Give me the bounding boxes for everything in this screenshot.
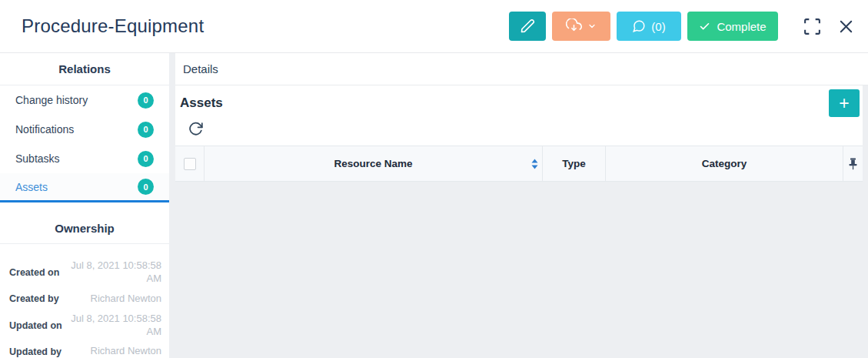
sidebar-item-label: Subtasks (15, 152, 60, 165)
chat-bubble-icon (632, 19, 646, 33)
field-label: Created by (9, 293, 59, 304)
main-panel: Details Assets + Resource Name (175, 53, 868, 358)
close-button[interactable] (837, 18, 855, 35)
complete-label: Complete (717, 20, 766, 33)
sidebar-item-notifications[interactable]: Notifications 0 (0, 115, 169, 144)
pin-icon (848, 158, 858, 170)
ownership-row-updated-by: Updated by Richard Newton (9, 345, 161, 358)
assets-section: Assets + Resource Name (175, 85, 863, 182)
cloud-download-icon (566, 18, 582, 35)
sort-arrows-icon[interactable] (531, 159, 538, 169)
sidebar-item-label: Notifications (15, 123, 74, 136)
fullscreen-icon (803, 17, 822, 36)
count-badge: 0 (138, 179, 154, 195)
ownership-row-created-on: Created on Jul 8, 2021 10:58:58 AM (9, 259, 161, 286)
chevron-down-icon (587, 22, 597, 31)
field-label: Updated by (9, 346, 62, 357)
tab-details-label: Details (183, 62, 218, 75)
comments-count-label: (0) (651, 20, 665, 33)
add-asset-button[interactable]: + (829, 89, 860, 117)
column-header-resource-name[interactable]: Resource Name (205, 146, 543, 181)
assets-section-header: Assets + (175, 85, 863, 121)
refresh-button[interactable] (188, 121, 204, 137)
sidebar-item-label: Assets (15, 181, 48, 193)
complete-button[interactable]: Complete (687, 12, 778, 41)
field-value: Jul 8, 2021 10:58:58 AM (66, 259, 161, 286)
pin-columns-button[interactable] (843, 146, 863, 181)
field-label: Created on (9, 267, 59, 278)
sidebar-item-assets[interactable]: Assets 0 (0, 173, 169, 202)
header-actions: (0) Complete (509, 12, 868, 41)
sidebar: Relations Change history 0 Notifications… (0, 53, 169, 358)
page-title: Procedure-Equipment (22, 15, 204, 37)
check-icon (699, 21, 710, 32)
ownership-fields: Created on Jul 8, 2021 10:58:58 AM Creat… (0, 244, 169, 358)
assets-toolbar (175, 121, 863, 144)
ownership-heading: Ownership (0, 213, 169, 244)
count-badge: 0 (138, 122, 154, 138)
select-all-checkbox[interactable] (184, 158, 196, 170)
tab-details[interactable]: Details (175, 53, 868, 85)
field-value: Richard Newton (66, 345, 161, 358)
count-badge: 0 (138, 92, 154, 109)
assets-table-header: Resource Name Type Category (175, 146, 863, 182)
edit-button[interactable] (509, 12, 546, 41)
close-icon (837, 18, 855, 35)
relations-heading: Relations (0, 53, 169, 85)
ownership-row-updated-on: Updated on Jul 8, 2021 10:58:58 AM (9, 313, 161, 339)
export-dropdown-button[interactable] (552, 12, 610, 41)
sidebar-item-change-history[interactable]: Change history 0 (0, 85, 169, 115)
pencil-icon (520, 18, 535, 34)
field-value: Richard Newton (66, 293, 161, 306)
column-header-select (175, 146, 205, 181)
field-value: Jul 8, 2021 10:58:58 AM (66, 313, 161, 339)
column-header-type[interactable]: Type (543, 146, 606, 181)
refresh-icon (188, 121, 204, 137)
assets-section-title: Assets (180, 95, 223, 111)
field-label: Updated on (9, 320, 62, 331)
column-header-category[interactable]: Category (606, 146, 843, 181)
sidebar-item-label: Change history (15, 94, 88, 106)
column-label: Resource Name (334, 158, 412, 169)
header: Procedure-Equipment (0) (0, 0, 868, 53)
app-window: Procedure-Equipment (0) (0, 0, 868, 358)
sidebar-item-subtasks[interactable]: Subtasks 0 (0, 144, 169, 173)
comments-button[interactable]: (0) (617, 12, 681, 41)
ownership-row-created-by: Created by Richard Newton (9, 293, 161, 306)
fullscreen-button[interactable] (803, 17, 822, 36)
count-badge: 0 (138, 151, 154, 167)
